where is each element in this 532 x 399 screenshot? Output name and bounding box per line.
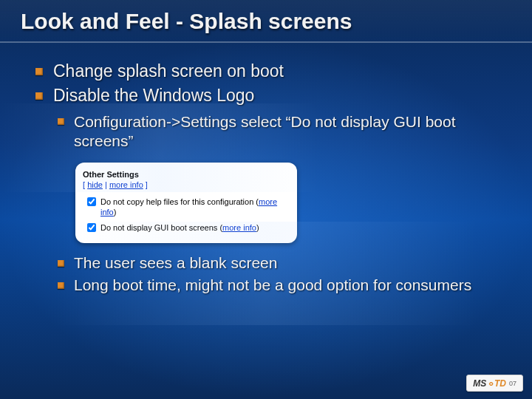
- title-bar: Look and Feel - Splash screens: [0, 0, 532, 43]
- checkbox-label: Do not copy help files for this configur…: [100, 197, 290, 218]
- bullet-item: Long boot time, might not be a good opti…: [58, 276, 497, 295]
- hide-link[interactable]: hide: [87, 180, 103, 189]
- panel-link-row: [ hide | more info ]: [83, 180, 290, 189]
- paren-close: ): [256, 223, 259, 232]
- badge-year: 07: [509, 380, 516, 387]
- bullet-list-level2: The user sees a blank screen Long boot t…: [58, 253, 497, 296]
- badge-td: TD: [494, 378, 506, 389]
- setting-row: Do not copy help files for this configur…: [87, 197, 290, 218]
- more-info-link[interactable]: more info: [222, 223, 256, 232]
- checkbox-label-text: Do not display GUI boot screens: [100, 223, 217, 232]
- slide-title: Look and Feel - Splash screens: [21, 9, 511, 34]
- setting-row: Do not display GUI boot screens (more in…: [87, 222, 290, 233]
- bullet-item: Configuration->Settings select “Do not d…: [58, 112, 497, 151]
- paren-open: (: [253, 197, 259, 206]
- settings-panel-wrap: Other Settings [ hide | more info ] Do n…: [75, 163, 497, 243]
- badge-ms: MS: [473, 378, 486, 389]
- bracket-close: ]: [143, 180, 148, 189]
- panel-heading: Other Settings: [83, 170, 290, 179]
- bullet-item: The user sees a blank screen: [58, 253, 497, 273]
- bullet-item: Change splash screen on boot: [35, 61, 497, 82]
- slide-content: Change splash screen on boot Disable the…: [0, 43, 532, 295]
- link-separator: |: [103, 180, 109, 189]
- paren-close: ): [114, 208, 117, 216]
- checkbox-label: Do not display GUI boot screens (more in…: [100, 222, 259, 233]
- more-info-link[interactable]: more info: [109, 180, 143, 189]
- footer-badge: MS ‹› TD 07: [466, 375, 523, 392]
- checkbox-no-gui-boot[interactable]: [87, 223, 96, 232]
- checkbox-label-text: Do not copy help files for this configur…: [100, 197, 253, 206]
- checkbox-no-help-files[interactable]: [87, 197, 96, 206]
- chevron-icon: ‹›: [488, 378, 492, 389]
- other-settings-panel: Other Settings [ hide | more info ] Do n…: [75, 163, 297, 243]
- bullet-list-level2: Configuration->Settings select “Do not d…: [58, 112, 497, 151]
- bullet-list-level1: Change splash screen on boot Disable the…: [35, 61, 497, 106]
- bullet-item: Disable the Windows Logo: [35, 85, 497, 106]
